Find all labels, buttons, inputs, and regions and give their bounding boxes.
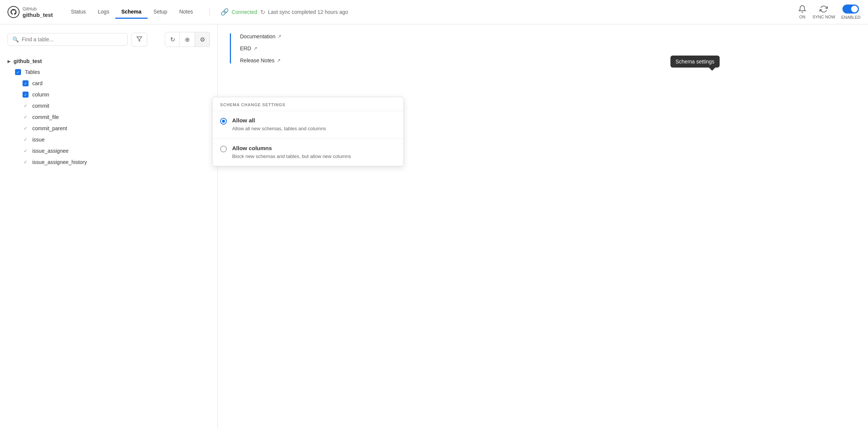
commit-file-label: commit_file (32, 114, 59, 120)
app-info: GitHub github_test (23, 6, 53, 18)
schema-change-settings-panel: SCHEMA CHANGE SETTINGS Allow all Allow a… (212, 97, 404, 166)
header-actions: ON SYNC NOW ENABLED (798, 5, 860, 20)
status-area: 🔗 Connected ↻ Last sync completed 12 hou… (220, 8, 348, 16)
allow-all-description: Allow all new schemas, tables and column… (232, 125, 326, 132)
external-link-icon-2: ↗ (277, 58, 281, 63)
left-panel: 🔍 ↻ ⊕ ⚙ ▶ github_t (0, 24, 218, 428)
enabled-label: ENABLED (841, 15, 860, 20)
tables-checkbox[interactable]: ✓ (15, 69, 21, 75)
allow-columns-radio[interactable] (220, 146, 227, 152)
erd-link[interactable]: ERD ↗ (240, 45, 856, 51)
table-row[interactable]: ✓ commit_parent (23, 123, 210, 134)
commit-checkbox[interactable]: ✓ (23, 103, 29, 109)
sync-status: Last sync completed 12 hours ago (268, 9, 348, 15)
tab-setup[interactable]: Setup (148, 6, 174, 19)
commit-parent-label: commit_parent (32, 125, 67, 131)
card-checkbox[interactable]: ✓ (23, 80, 29, 86)
expand-button[interactable]: ⊕ (180, 32, 195, 47)
tree-root[interactable]: ▶ github_test (8, 56, 210, 66)
commit-parent-checkbox[interactable]: ✓ (23, 125, 29, 131)
connector-name: github_test (23, 12, 53, 18)
schema-settings-tooltip: Schema settings (670, 56, 720, 68)
notifications-button[interactable]: ON (798, 5, 806, 19)
enabled-toggle[interactable] (842, 5, 859, 14)
issue-label: issue (32, 137, 45, 143)
tree-root-label: github_test (14, 58, 42, 64)
card-label: card (32, 80, 42, 86)
filter-icon (136, 36, 142, 42)
enabled-toggle-container[interactable]: ENABLED (841, 5, 860, 20)
search-toolbar: 🔍 ↻ ⊕ ⚙ (8, 32, 210, 47)
issue-assignee-history-label: issue_assignee_history (32, 159, 87, 165)
tab-logs[interactable]: Logs (92, 6, 115, 19)
connection-status: Connected (232, 9, 257, 15)
tree-section: ▶ github_test ✓ Tables ✓ card ✓ co (8, 56, 210, 168)
dropdown-header: SCHEMA CHANGE SETTINGS (213, 97, 403, 111)
search-icon: 🔍 (12, 36, 19, 42)
bell-icon (798, 5, 806, 13)
svg-marker-1 (137, 37, 142, 41)
documentation-label: Documentation (240, 33, 275, 39)
platform-label: GitHub (23, 6, 53, 12)
documentation-link[interactable]: Documentation ↗ (240, 33, 856, 39)
allow-columns-option[interactable]: Allow columns Block new schemas and tabl… (213, 138, 403, 166)
refresh-schema-button[interactable]: ↻ (165, 32, 180, 47)
tab-status[interactable]: Status (65, 6, 92, 19)
allow-columns-title: Allow columns (232, 145, 351, 151)
logo-area: GitHub github_test (8, 6, 53, 18)
tab-schema[interactable]: Schema (115, 6, 148, 19)
toolbar-buttons: ↻ ⊕ ⚙ (165, 32, 210, 47)
allow-all-title: Allow all (232, 117, 326, 123)
allow-all-radio[interactable] (220, 118, 227, 125)
tree-arrow-icon: ▶ (8, 59, 11, 63)
release-notes-link[interactable]: Release Notes ↗ (240, 57, 856, 63)
table-row[interactable]: ✓ commit_file (23, 111, 210, 123)
erd-label: ERD (240, 45, 251, 51)
sync-icon: ↻ (260, 9, 265, 16)
commit-file-checkbox[interactable]: ✓ (23, 114, 29, 120)
refresh-icon (820, 5, 828, 13)
tables-item[interactable]: ✓ Tables (15, 66, 210, 78)
table-row[interactable]: ✓ issue_assignee (23, 145, 210, 157)
table-row[interactable]: ✓ issue (23, 134, 210, 145)
table-row[interactable]: ✓ commit (23, 100, 210, 111)
allow-columns-description: Block new schemas and tables, but allow … (232, 153, 351, 160)
issue-assignee-label: issue_assignee (32, 148, 69, 154)
github-logo-icon (8, 6, 20, 18)
issue-assignee-history-checkbox[interactable]: ✓ (23, 159, 29, 165)
sync-now-label: SYNC NOW (812, 15, 835, 19)
external-link-icon-1: ↗ (254, 46, 257, 51)
commit-label: commit (32, 103, 49, 109)
table-row[interactable]: ✓ card (23, 78, 210, 89)
sidebar-links: Documentation ↗ ERD ↗ Release Notes ↗ (230, 33, 856, 63)
tab-notes[interactable]: Notes (173, 6, 199, 19)
search-box[interactable]: 🔍 (8, 33, 128, 46)
sync-now-button[interactable]: SYNC NOW (812, 5, 835, 19)
allow-all-content: Allow all Allow all new schemas, tables … (232, 117, 326, 132)
column-checkbox[interactable]: ✓ (23, 92, 29, 98)
allow-all-option[interactable]: Allow all Allow all new schemas, tables … (213, 111, 403, 138)
tree-group: ✓ Tables ✓ card ✓ column ✓ commit (15, 66, 210, 168)
allow-columns-content: Allow columns Block new schemas and tabl… (232, 145, 351, 160)
on-label: ON (799, 15, 806, 19)
svg-point-0 (8, 6, 19, 18)
search-input[interactable] (22, 36, 123, 42)
column-label: column (32, 92, 49, 98)
issue-checkbox[interactable]: ✓ (23, 137, 29, 143)
release-notes-label: Release Notes (240, 57, 275, 63)
nav-divider (210, 8, 210, 17)
nav-tabs: Status Logs Schema Setup Notes (65, 6, 199, 19)
external-link-icon-0: ↗ (278, 34, 281, 39)
table-row[interactable]: ✓ column (23, 89, 210, 100)
table-row[interactable]: ✓ issue_assignee_history (23, 157, 210, 168)
right-panel: Documentation ↗ ERD ↗ Release Notes ↗ (218, 24, 868, 428)
issue-assignee-checkbox[interactable]: ✓ (23, 148, 29, 154)
connected-icon: 🔗 (220, 8, 229, 16)
main-container: 🔍 ↻ ⊕ ⚙ ▶ github_t (0, 24, 868, 428)
tables-label: Tables (25, 69, 40, 75)
filter-button[interactable] (131, 33, 147, 47)
settings-button[interactable]: ⚙ (195, 32, 210, 47)
